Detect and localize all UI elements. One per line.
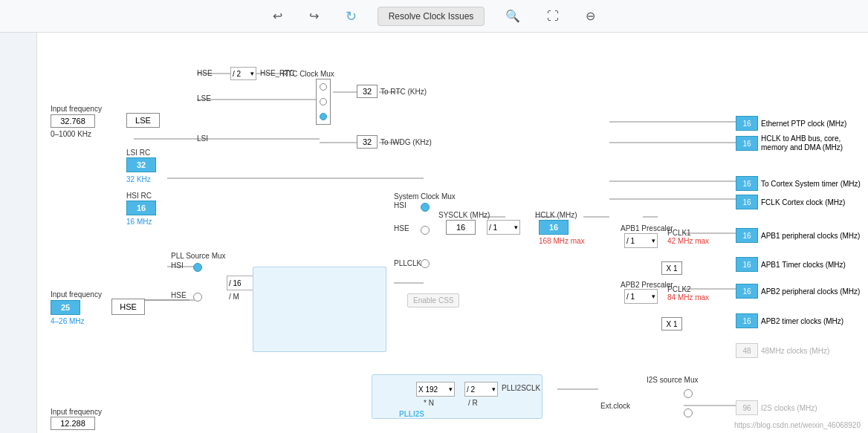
ext-clock-label: Ext.clock — [600, 402, 630, 410]
sysclk-box: 16 — [446, 220, 476, 235]
fclk-label: FCLK Cortex clock (MHz) — [761, 198, 845, 206]
cortex-sys-label: To Cortex System timer (MHz) — [761, 180, 861, 188]
hse-box: HSE — [111, 299, 145, 315]
apb2-periph-value: 16 — [736, 284, 758, 299]
hse-input-freq-box[interactable]: 25 — [51, 300, 80, 315]
eth-ptp-label: Ethernet PTP clock (MHz) — [761, 120, 846, 128]
sys-mux-hse-sel[interactable] — [421, 226, 430, 235]
i2s-label: I2S clocks (MHz) — [761, 404, 817, 412]
hsi-to-mux-label: HSI — [394, 201, 407, 209]
to-iwdg-label: To IWDG (KHz) — [380, 138, 432, 146]
sys-mux-pll-sel[interactable] — [421, 259, 430, 268]
lsi-freq-label: 32 KHz — [126, 175, 151, 183]
apb2-timer-output: 16 APB2 timer clocks (MHz) — [736, 313, 843, 328]
pclk1-max-label: 42 MHz max — [667, 237, 709, 245]
bottom-input-freq-box[interactable]: 12.288 — [51, 417, 95, 430]
apb2-x1-box: X 1 — [661, 317, 682, 331]
lsi-rc-label: LSI RC — [126, 149, 150, 157]
apb2-timer-label: APB2 timer clocks (MHz) — [761, 317, 843, 325]
fullscreen-button[interactable]: ⛶ — [541, 7, 565, 26]
rtc-mux-hse-sel[interactable] — [320, 83, 327, 91]
hse-input-freq-label: Input frequency — [51, 290, 102, 299]
rtc-mux-lse-sel[interactable] — [320, 98, 327, 105]
pll-m-label: / M — [229, 293, 239, 301]
ahb-bus-label: HCLK to AHB bus, core, memory and DMA (M… — [761, 134, 850, 152]
lse-input-freq-box[interactable]: 32.768 — [51, 114, 95, 128]
ahb-bus-value: 16 — [736, 136, 758, 151]
fclk-output: 16 FCLK Cortex clock (MHz) — [736, 195, 845, 209]
i2s-n-label: * N — [424, 399, 434, 407]
hsi-rc-label: HSI RC — [126, 192, 152, 200]
i2s-mul192-dropdown[interactable]: X 192 — [416, 382, 455, 397]
i2s-area-box — [372, 374, 542, 419]
hse-pll-label: HSE — [171, 291, 187, 299]
pclk2-max-label: 84 MHz max — [667, 293, 709, 302]
hsi-freq-label: 16 MHz — [126, 218, 152, 226]
i2s-mux-ext-sel[interactable] — [684, 408, 693, 417]
ahb-bus-output: 16 HCLK to AHB bus, core, memory and DMA… — [736, 134, 850, 152]
sidebar — [0, 33, 37, 433]
toolbar: ↩ ↪ ↻ Resolve Clock Issues 🔍 ⛶ ⊖ — [0, 0, 868, 33]
hclk-box: 16 — [539, 220, 569, 235]
lse-freq-range: 0–1000 KHz — [51, 130, 91, 138]
apb2-periph-label: APB2 peripheral clocks (MHz) — [761, 287, 860, 296]
pllclk-to-mux-label: PLLCLK — [394, 259, 421, 267]
rtc-mux-box — [316, 79, 331, 125]
hse-div2-dropdown[interactable]: / 2 — [230, 67, 256, 80]
bottom-input-freq-label: Input frequency — [51, 408, 102, 416]
system-clk-mux-label: System Clock Mux — [394, 192, 456, 201]
sys-mux-hsi-sel[interactable] — [421, 203, 430, 212]
hse-to-mux-label: HSE — [394, 224, 409, 232]
i2s-div2r-dropdown[interactable]: / 2 — [464, 382, 498, 397]
apb1-timer-output: 16 APB1 Timer clocks (MHz) — [736, 257, 846, 272]
i2s-output: 96 I2S clocks (MHz) — [736, 400, 817, 415]
ahb-prescaler-dropdown[interactable]: / 1 — [487, 220, 520, 235]
lsi-rc-box: 32 — [126, 157, 156, 172]
cortex-sys-value: 16 — [736, 176, 758, 191]
hclk-label: HCLK (MHz) — [535, 211, 577, 219]
enable-css-button[interactable]: Enable CSS — [407, 293, 459, 307]
refresh-button[interactable]: ↻ — [340, 5, 363, 27]
plli2sclk-label: PLLI2SCLK — [502, 384, 540, 392]
rtc-value-box: 32 — [357, 85, 378, 98]
hsi-pll-label: HSI — [171, 261, 184, 270]
i2s-source-mux-label: I2S source Mux — [647, 376, 698, 384]
hse-signal-label: HSE — [197, 69, 213, 77]
pll-source-mux-label: PLL Source Mux — [171, 252, 226, 260]
cortex-sys-output: 16 To Cortex System timer (MHz) — [736, 176, 861, 191]
lse-box: LSE — [126, 113, 160, 128]
apb1-periph-value: 16 — [736, 228, 758, 243]
eth-ptp-value: 16 — [736, 116, 758, 131]
fclk-value: 16 — [736, 195, 758, 209]
hse-freq-range: 4–26 MHz — [51, 317, 85, 325]
rtc-mux-lsi-sel[interactable] — [320, 113, 327, 120]
apb1-x1-box: X 1 — [661, 261, 682, 275]
48mhz-output: 48 48MHz clocks (MHz) — [736, 343, 829, 358]
apb1-prescaler-dropdown[interactable]: / 1 — [624, 233, 658, 248]
sysclk-label: SYSCLK (MHz) — [438, 211, 490, 219]
48mhz-value: 48 — [736, 343, 758, 358]
apb1-prescaler-label: APB1 Prescaler — [621, 224, 673, 232]
pll-src-hsi-sel[interactable] — [193, 263, 202, 272]
apb2-prescaler-label: APB2 Prescaler — [621, 281, 673, 289]
canvas: RTC Clock Mux / 2 HSE HSE_RTC LSE LSI 32… — [37, 33, 868, 433]
pclk2-label: PCLK2 — [667, 285, 691, 293]
lse-signal-to-rtcmux: LSE — [197, 94, 211, 102]
zoom-fit-button[interactable]: 🔍 — [499, 6, 526, 26]
zoom-out-button[interactable]: ⊖ — [580, 6, 601, 26]
apb1-timer-label: APB1 Timer clocks (MHz) — [761, 261, 846, 269]
i2s-r-label: / R — [468, 399, 478, 407]
pll-src-hse-sel[interactable] — [193, 293, 202, 302]
apb2-timer-value: 16 — [736, 313, 758, 328]
apb2-prescaler-dropdown[interactable]: / 1 — [624, 289, 658, 304]
to-rtc-label: To RTC (KHz) — [380, 88, 427, 96]
undo-button[interactable]: ↩ — [267, 6, 288, 26]
resolve-clock-button[interactable]: Resolve Clock Issues — [378, 7, 485, 26]
redo-button[interactable]: ↪ — [303, 6, 325, 26]
apb1-periph-output: 16 APB1 peripheral clocks (MHz) — [736, 228, 860, 243]
i2s-value: 96 — [736, 400, 758, 415]
main-pll-box — [253, 267, 386, 352]
i2s-mux-pll-sel[interactable] — [684, 389, 693, 398]
hsi-rc-box: 16 — [126, 201, 156, 215]
48mhz-label: 48MHz clocks (MHz) — [761, 347, 829, 355]
